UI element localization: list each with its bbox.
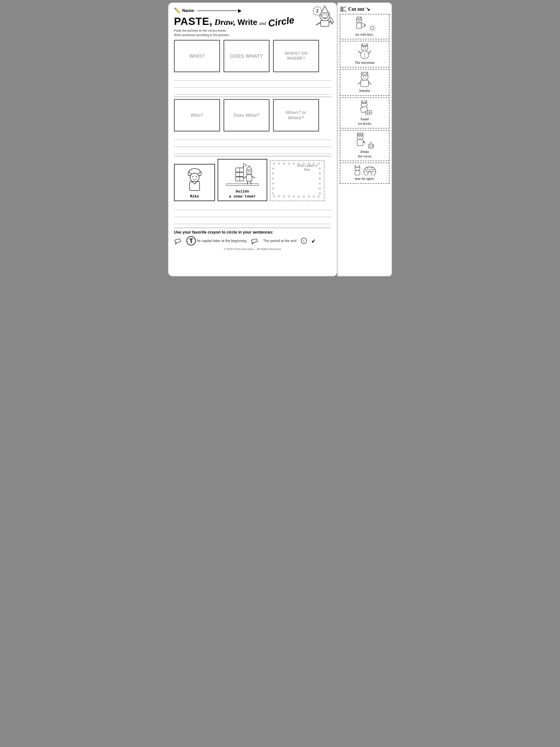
cutout-arrow: ↘ xyxy=(366,6,370,12)
draw-time-box[interactable]: Draw a place or time. ❄ ❄ ❄ ❄ ❄ ❄ ❄ ❄ ❄ … xyxy=(270,160,324,201)
svg-line-120 xyxy=(369,82,371,84)
svg-line-96 xyxy=(370,30,370,31)
crayon-icon-1 xyxy=(174,237,182,245)
page-number: 2 xyxy=(313,6,322,16)
write-line[interactable] xyxy=(174,88,331,95)
svg-line-77 xyxy=(343,6,346,8)
svg-text:❄: ❄ xyxy=(271,191,274,196)
does-what-box-2[interactable]: Does What? xyxy=(223,99,270,131)
svg-point-6 xyxy=(326,15,327,16)
svg-text:❄: ❄ xyxy=(318,177,321,181)
svg-rect-118 xyxy=(361,80,369,87)
write-line[interactable] xyxy=(174,74,331,81)
cutout-item-1[interactable]: on cold days. xyxy=(340,14,390,39)
svg-text:❄: ❄ xyxy=(271,182,274,185)
snow-tower-illustration xyxy=(222,161,262,188)
svg-rect-18 xyxy=(190,182,199,190)
write-line[interactable] xyxy=(174,217,331,224)
writing-lines-1 xyxy=(174,74,331,95)
who-box-1[interactable]: WHO? xyxy=(174,40,220,72)
name-row: ✏️ Name: ▶ xyxy=(174,7,331,14)
svg-rect-140 xyxy=(357,140,363,146)
when-where-box-2[interactable]: When? or Where? xyxy=(273,99,319,131)
svg-line-105 xyxy=(358,51,361,53)
svg-point-116 xyxy=(363,76,364,77)
svg-point-89 xyxy=(371,26,374,30)
svg-point-139 xyxy=(361,136,362,137)
svg-line-97 xyxy=(374,30,375,31)
footer-caption-2: The period at the end xyxy=(263,239,296,243)
svg-text:❄: ❄ xyxy=(318,182,321,185)
svg-rect-7 xyxy=(321,20,329,26)
cutout-item-6[interactable]: near his igloo. xyxy=(340,162,390,183)
svg-point-107 xyxy=(364,53,365,54)
main-page: 2 xyxy=(168,2,337,276)
svg-point-101 xyxy=(364,43,366,44)
svg-point-102 xyxy=(363,47,364,48)
crayon-icon-2 xyxy=(250,237,259,245)
circle-T-group: T he capital letter at the beginning xyxy=(186,236,246,246)
svg-line-35 xyxy=(243,177,247,178)
svg-point-137 xyxy=(361,133,362,134)
svg-line-95 xyxy=(374,26,375,26)
svg-text:❄: ❄ xyxy=(288,162,290,165)
svg-point-150 xyxy=(358,167,358,168)
when-where-box-1[interactable]: WHEN? OR WHERE? xyxy=(273,40,319,72)
svg-line-78 xyxy=(343,10,346,11)
cutout-item-4[interactable]: found ice bricks xyxy=(340,97,390,128)
instruction-2: Write sentences according to the picture… xyxy=(174,33,331,37)
svg-text:❄: ❄ xyxy=(271,166,274,171)
svg-text:❄: ❄ xyxy=(312,162,315,165)
mike-caption: Mike xyxy=(190,194,199,199)
svg-rect-148 xyxy=(355,171,360,175)
svg-point-115 xyxy=(366,72,367,73)
svg-rect-71 xyxy=(175,239,181,243)
copyright: © 2018 A Plus Education – All Rights Res… xyxy=(174,248,331,251)
svg-text:❄: ❄ xyxy=(318,186,321,190)
write-line[interactable] xyxy=(174,81,331,88)
svg-point-113 xyxy=(363,72,364,73)
cutout-text-2: The snowman xyxy=(355,60,375,65)
snow-tower-caption: builds a snow tower xyxy=(229,189,256,199)
title-and: and xyxy=(259,21,266,26)
cutout-icebricks-img xyxy=(357,100,372,116)
write-line[interactable] xyxy=(174,210,331,217)
name-underline[interactable] xyxy=(197,10,237,11)
writing-lines-3 xyxy=(174,203,331,224)
write-line[interactable] xyxy=(174,203,331,210)
svg-point-135 xyxy=(358,133,359,134)
mike-image-box[interactable]: Mike xyxy=(174,164,215,201)
title-row: PASTE, Draw, Write and Circle xyxy=(174,16,331,27)
svg-rect-19 xyxy=(226,184,258,185)
does-what-box-1[interactable]: DOES WHAT? xyxy=(223,40,270,72)
svg-line-141 xyxy=(363,141,365,143)
snowflake-border-svg: ❄ ❄ ❄ ❄ ❄ ❄ ❄ ❄ ❄ ❄ ❄ ❄ ❄ ❄ xyxy=(270,161,323,200)
svg-rect-3 xyxy=(320,12,329,14)
cutout-item-5[interactable]: drinks hot cocoa xyxy=(340,130,390,161)
svg-point-86 xyxy=(360,20,361,20)
svg-text:❄: ❄ xyxy=(318,191,321,196)
period-circle: · xyxy=(301,238,307,244)
svg-point-126 xyxy=(365,103,366,104)
row3-section: Mike xyxy=(174,159,331,224)
cutout-text-1: on cold days. xyxy=(355,32,374,37)
cutout-item-3[interactable]: Jennifer xyxy=(340,69,390,96)
svg-point-80 xyxy=(341,10,342,11)
write-line[interactable] xyxy=(174,140,331,147)
cutout-panel: Cut out ↘ xyxy=(337,2,392,276)
write-line[interactable] xyxy=(174,147,331,154)
footer-caption-1: he capital letter at the beginning xyxy=(197,239,246,243)
svg-point-125 xyxy=(363,103,364,104)
footer-circles-row: T he capital letter at the beginning The… xyxy=(174,236,331,246)
snow-tower-image-box[interactable]: builds a snow tower xyxy=(217,159,267,201)
write-line[interactable] xyxy=(174,133,331,140)
writing-lines-2 xyxy=(174,133,331,154)
svg-text:❄: ❄ xyxy=(297,195,300,199)
svg-text:❄: ❄ xyxy=(283,162,286,165)
who-box-2[interactable]: Who? xyxy=(174,99,220,131)
row2-section: Who? Does What? When? or Where? xyxy=(174,99,331,154)
cutout-text-5: drinks hot cocoa xyxy=(358,150,371,159)
cutout-mug-img xyxy=(368,142,375,149)
cutout-item-2[interactable]: The snowman xyxy=(340,41,390,68)
svg-text:❄: ❄ xyxy=(292,162,295,165)
